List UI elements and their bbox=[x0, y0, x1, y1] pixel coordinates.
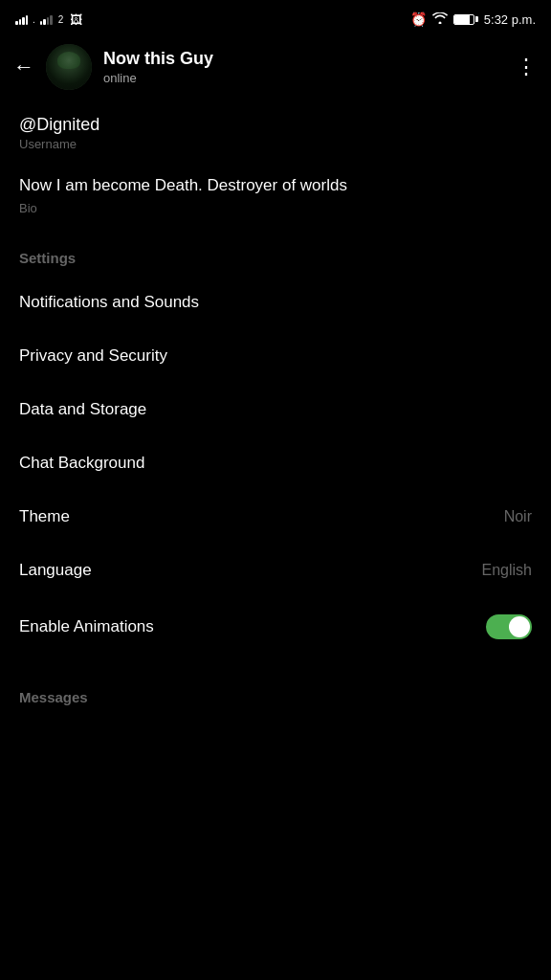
wifi-icon bbox=[432, 11, 448, 27]
username-label: Username bbox=[19, 137, 532, 151]
menu-item-theme[interactable]: Theme Noir bbox=[19, 490, 532, 544]
avatar bbox=[46, 44, 92, 90]
settings-heading: Settings bbox=[19, 250, 532, 266]
signal-separator: . bbox=[33, 14, 35, 25]
profile-section: @Dignited Username bbox=[0, 100, 551, 159]
menu-item-label-chat-background: Chat Background bbox=[19, 454, 144, 473]
menu-item-privacy[interactable]: Privacy and Security bbox=[19, 329, 532, 383]
messages-heading: Messages bbox=[19, 689, 532, 705]
menu-item-notifications[interactable]: Notifications and Sounds bbox=[19, 276, 532, 329]
username-value: @Dignited bbox=[19, 115, 532, 135]
header-info: Now this Guy online bbox=[103, 49, 504, 85]
alarm-icon: ⏰ bbox=[410, 11, 427, 27]
image-icon: 🖼 bbox=[70, 12, 82, 27]
menu-item-label-data: Data and Storage bbox=[19, 400, 146, 419]
menu-item-label-language: Language bbox=[19, 561, 92, 580]
animations-toggle[interactable] bbox=[486, 614, 532, 639]
signal-bar-1 bbox=[15, 13, 28, 25]
menu-item-animations[interactable]: Enable Animations bbox=[19, 597, 532, 657]
signal-bar-2 bbox=[40, 13, 53, 25]
menu-item-language[interactable]: Language English bbox=[19, 544, 532, 597]
status-bar: . 2 🖼 ⏰ 5:32 p.m. bbox=[0, 0, 551, 34]
bio-section: Now I am become Death. Destroyer of worl… bbox=[0, 159, 551, 223]
header-name: Now this Guy bbox=[103, 49, 504, 70]
menu-item-value-theme: Noir bbox=[504, 508, 532, 525]
bio-value: Now I am become Death. Destroyer of worl… bbox=[19, 174, 532, 197]
settings-section: Settings Notifications and Sounds Privac… bbox=[0, 250, 551, 657]
status-left: . 2 🖼 bbox=[15, 12, 82, 27]
network-label: 2 bbox=[58, 14, 64, 25]
menu-item-label-privacy: Privacy and Security bbox=[19, 346, 167, 366]
menu-item-value-language: English bbox=[482, 562, 532, 579]
menu-item-label-notifications: Notifications and Sounds bbox=[19, 293, 199, 312]
messages-section: Messages bbox=[0, 672, 551, 705]
header: ← Now this Guy online ⋮ bbox=[0, 34, 551, 100]
bio-label: Bio bbox=[19, 201, 532, 215]
more-button[interactable]: ⋮ bbox=[516, 55, 538, 79]
status-time: 5:32 p.m. bbox=[484, 12, 536, 27]
header-status: online bbox=[103, 71, 504, 85]
menu-item-label-theme: Theme bbox=[19, 507, 70, 526]
status-right: ⏰ 5:32 p.m. bbox=[410, 11, 536, 27]
toggle-knob bbox=[509, 616, 530, 637]
menu-item-data[interactable]: Data and Storage bbox=[19, 383, 532, 436]
menu-item-label-animations: Enable Animations bbox=[19, 617, 154, 636]
menu-item-chat-background[interactable]: Chat Background bbox=[19, 436, 532, 490]
back-button[interactable]: ← bbox=[13, 55, 34, 79]
battery-icon bbox=[453, 14, 478, 25]
